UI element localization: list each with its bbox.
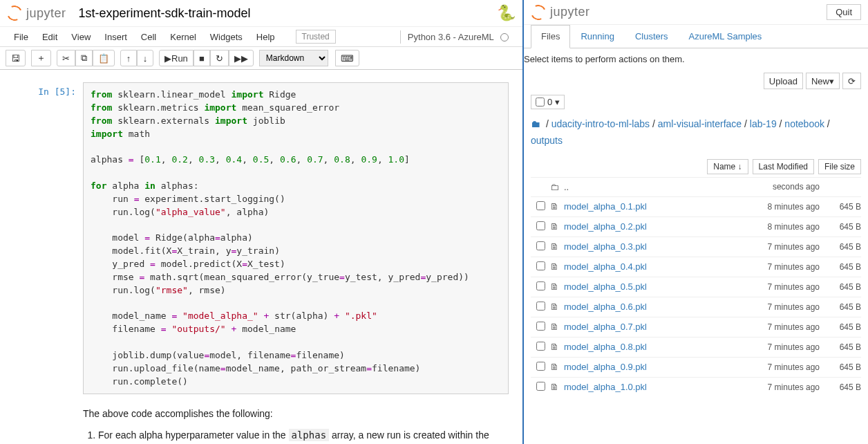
file-name[interactable]: model_alpha_0.7.pkl	[564, 322, 737, 332]
paste-button[interactable]: 📋	[93, 50, 115, 66]
save-button[interactable]: 🖫	[6, 50, 26, 66]
notebook-title[interactable]: 1st-experiment-sdk-train-model	[79, 6, 251, 21]
file-checkbox[interactable]	[536, 221, 545, 230]
file-row[interactable]: 🗎model_alpha_0.6.pkl7 minutes ago645 B	[531, 297, 861, 317]
sort-name[interactable]: Name ↓	[707, 159, 748, 174]
jupyter-logo[interactable]: jupyter	[531, 5, 590, 20]
file-name[interactable]: model_alpha_0.5.pkl	[564, 281, 737, 292]
file-checkbox[interactable]	[536, 362, 545, 371]
restart-button[interactable]: ↻	[210, 50, 229, 66]
tab-files[interactable]: Files	[531, 25, 570, 48]
notebook-cells[interactable]: In [5]: from sklearn.linear_model import…	[0, 70, 522, 444]
run-button[interactable]: ▶ Run	[159, 50, 194, 66]
file-checkbox[interactable]	[536, 281, 545, 290]
file-size: 645 B	[820, 362, 861, 372]
file-name[interactable]: model_alpha_0.9.pkl	[564, 362, 737, 372]
inline-code: alphas	[289, 429, 330, 441]
menu-view[interactable]: View	[64, 29, 97, 45]
file-row[interactable]: 🗎model_alpha_0.7.pkl7 minutes ago645 B	[531, 317, 861, 337]
new-dropdown[interactable]: New ▾	[806, 73, 840, 89]
file-icon: 🗎	[550, 322, 564, 332]
insert-below-button[interactable]: ＋	[31, 50, 51, 66]
menu-help[interactable]: Help	[249, 29, 282, 45]
crumb-link[interactable]: udacity-intro-to-ml-labs	[551, 118, 650, 129]
file-checkbox[interactable]	[536, 322, 545, 331]
file-checkbox[interactable]	[536, 342, 545, 351]
folder-icon[interactable]: 🖿	[531, 118, 540, 129]
copy-button[interactable]: ⧉	[75, 50, 93, 66]
quit-button[interactable]: Quit	[827, 4, 861, 20]
jupyter-logo-text: jupyter	[550, 5, 590, 19]
file-checkbox[interactable]	[536, 241, 545, 250]
menu-file[interactable]: File	[7, 29, 35, 45]
file-checkbox[interactable]	[536, 382, 545, 391]
tab-running[interactable]: Running	[570, 25, 624, 48]
sort-size[interactable]: File size	[818, 159, 861, 174]
interrupt-button[interactable]: ■	[194, 50, 210, 66]
file-icon: 🗎	[550, 281, 564, 292]
file-icon: 🗎	[550, 201, 564, 212]
file-row[interactable]: 🗎model_alpha_0.9.pkl7 minutes ago645 B	[531, 357, 861, 377]
file-row[interactable]: 🗎model_alpha_0.5.pkl7 minutes ago645 B	[531, 277, 861, 297]
file-size: 645 B	[820, 322, 861, 332]
menu-cell[interactable]: Cell	[134, 29, 163, 45]
file-row[interactable]: 🗎model_alpha_1.0.pkl7 minutes ago645 B	[531, 377, 861, 397]
move-up-button[interactable]: ↑	[120, 50, 137, 66]
crumb-link[interactable]: notebook	[784, 118, 824, 129]
file-row[interactable]: 🗎model_alpha_0.3.pkl7 minutes ago645 B	[531, 237, 861, 257]
file-name[interactable]: model_alpha_0.3.pkl	[564, 241, 737, 252]
file-checkbox[interactable]	[536, 302, 545, 311]
md-item-1: For each alpha hyperparameter value in t…	[98, 428, 509, 444]
file-icon: 🗎	[550, 342, 564, 352]
file-modified: 7 minutes ago	[737, 242, 820, 252]
menu-insert[interactable]: Insert	[97, 29, 134, 45]
tab-azureml-samples[interactable]: AzureML Samples	[679, 25, 773, 48]
jupyter-logo-text: jupyter	[26, 6, 66, 21]
file-name[interactable]: model_alpha_0.8.pkl	[564, 342, 737, 352]
run-all-button[interactable]: ▶▶	[229, 50, 254, 66]
toolbar: 🖫 ＋ ✂ ⧉ 📋 ↑ ↓ ▶ Run ■ ↻ ▶▶ Markdown ⌨	[0, 47, 522, 70]
action-hint: Select items to perform actions on them.	[524, 48, 868, 70]
menu-kernel[interactable]: Kernel	[163, 29, 203, 45]
menu-edit[interactable]: Edit	[35, 29, 64, 45]
file-name[interactable]: model_alpha_0.6.pkl	[564, 302, 737, 312]
kernel-indicator[interactable]: Python 3.6 - AzureML	[400, 30, 516, 44]
file-name[interactable]: model_alpha_0.1.pkl	[564, 201, 737, 212]
parent-dir-row[interactable]: 🗀..seconds ago	[531, 177, 861, 196]
file-row[interactable]: 🗎model_alpha_0.8.pkl7 minutes ago645 B	[531, 337, 861, 357]
menu-widgets[interactable]: Widgets	[203, 29, 249, 45]
tab-clusters[interactable]: Clusters	[625, 25, 679, 48]
file-row[interactable]: 🗎model_alpha_0.4.pkl7 minutes ago645 B	[531, 257, 861, 277]
file-name[interactable]: model_alpha_1.0.pkl	[564, 382, 737, 392]
cut-button[interactable]: ✂	[57, 50, 75, 66]
sort-modified[interactable]: Last Modified	[753, 159, 814, 174]
jupyter-logo-icon	[531, 5, 546, 20]
file-modified: 7 minutes ago	[737, 362, 820, 372]
trusted-badge[interactable]: Trusted	[296, 30, 336, 44]
upload-button[interactable]: Upload	[764, 73, 803, 89]
code-editor[interactable]: from sklearn.linear_model import Ridge f…	[83, 82, 509, 394]
crumb-link[interactable]: aml-visual-interface	[658, 118, 742, 129]
file-icon: 🗎	[550, 382, 564, 392]
jupyter-logo[interactable]: jupyter	[7, 6, 66, 21]
celltype-select[interactable]: Markdown	[259, 50, 328, 66]
move-down-button[interactable]: ↓	[137, 50, 153, 66]
crumb-link[interactable]: lab-19	[750, 118, 777, 129]
file-modified: 8 minutes ago	[737, 202, 820, 212]
python-icon: 🐍	[497, 4, 516, 22]
tree-tabs: FilesRunningClustersAzureML Samples	[524, 25, 868, 48]
file-row[interactable]: 🗎model_alpha_0.1.pkl8 minutes ago645 B	[531, 196, 861, 216]
file-name[interactable]: model_alpha_0.4.pkl	[564, 261, 737, 272]
kernel-idle-icon	[500, 33, 509, 41]
file-row[interactable]: 🗎model_alpha_0.2.pkl8 minutes ago645 B	[531, 216, 861, 237]
file-checkbox[interactable]	[536, 201, 545, 210]
crumb-link[interactable]: outputs	[531, 135, 563, 146]
markdown-cell[interactable]: The above code accomplishes the followin…	[83, 407, 509, 444]
command-palette-button[interactable]: ⌨	[335, 50, 359, 66]
code-cell[interactable]: In [5]: from sklearn.linear_model import…	[35, 82, 509, 394]
refresh-button[interactable]: ⟳	[842, 73, 861, 89]
file-checkbox[interactable]	[536, 261, 545, 270]
file-name[interactable]: model_alpha_0.2.pkl	[564, 221, 737, 232]
select-all[interactable]: 0 ▾	[531, 95, 565, 109]
select-all-checkbox[interactable]	[536, 98, 545, 107]
